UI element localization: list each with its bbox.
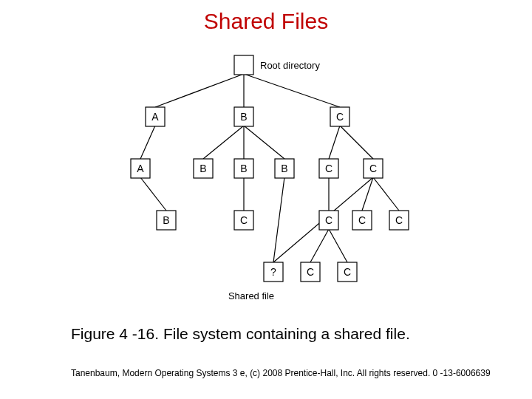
page-title: Shared Files xyxy=(0,0,532,34)
node-C3d: C xyxy=(325,214,332,226)
credit-line: Tanenbaum, Modern Operating Systems 3 e,… xyxy=(0,368,532,378)
root-label: Root directory xyxy=(260,60,320,71)
svg-line-4 xyxy=(203,126,244,159)
svg-line-15 xyxy=(373,177,399,211)
node-B2c: B xyxy=(281,163,287,174)
node-B2a: B xyxy=(200,163,206,174)
node-C1: C xyxy=(336,111,344,123)
svg-rect-18 xyxy=(234,55,253,75)
svg-line-7 xyxy=(329,126,340,159)
svg-line-2 xyxy=(244,74,340,107)
node-C2b: C xyxy=(369,163,377,174)
svg-line-16 xyxy=(310,229,329,262)
figure-caption: Figure 4 -16. File system containing a s… xyxy=(0,325,532,343)
node-C3f: C xyxy=(395,214,403,226)
svg-line-11 xyxy=(273,177,284,262)
tree-diagram: Root directory A B C A B B B C C B C C C… xyxy=(0,44,532,310)
svg-line-17 xyxy=(329,229,347,262)
svg-line-9 xyxy=(140,177,166,211)
svg-line-3 xyxy=(140,126,155,159)
node-B2b: B xyxy=(240,163,247,174)
node-C3e: C xyxy=(358,214,366,226)
node-A2: A xyxy=(137,163,144,174)
node-shared: ? xyxy=(270,266,276,278)
svg-line-0 xyxy=(155,74,244,107)
shared-label: Shared file xyxy=(228,290,274,301)
svg-line-6 xyxy=(244,126,284,159)
node-B1: B xyxy=(240,111,247,123)
node-C3b: C xyxy=(240,214,248,226)
node-C4b: C xyxy=(344,266,351,278)
svg-line-8 xyxy=(340,126,373,159)
node-C2a: C xyxy=(325,163,332,174)
node-A1: A xyxy=(151,111,159,123)
node-B3: B xyxy=(163,214,169,226)
node-C4a: C xyxy=(307,266,314,278)
